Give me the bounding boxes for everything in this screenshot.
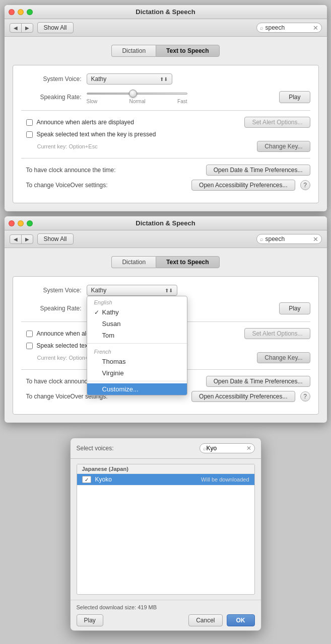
search-icon-2: ⌕	[260, 236, 263, 242]
slider-track-1[interactable]	[87, 90, 270, 98]
speaking-rate-label-2: Speaking Rate:	[21, 305, 82, 312]
nav-back-1[interactable]: ◀	[10, 24, 22, 32]
search-input-2[interactable]	[266, 235, 311, 243]
voice-name-kyoko: Kyoko	[95, 476, 202, 483]
change-key-btn-1[interactable]: Change Key...	[257, 141, 310, 152]
play-button-1[interactable]: Play	[279, 91, 310, 103]
window-title-1: Dictation & Speech	[136, 8, 195, 16]
voiceover-label-1: To change VoiceOver settings:	[26, 182, 187, 189]
group-english: English	[87, 296, 187, 306]
system-voice-dropdown-1[interactable]: Kathy ⬆⬇	[87, 73, 172, 85]
toolbar-1: ◀ ▶ Show All ⌕ ✕	[5, 19, 327, 37]
group-french: French	[87, 346, 187, 356]
divider-2	[21, 158, 310, 158]
search-box-2: ⌕ ✕	[256, 234, 322, 244]
show-all-button-2[interactable]: Show All	[37, 233, 74, 245]
minimize-button-2[interactable]	[18, 220, 24, 226]
tabs-2: Dictation Text to Speech	[13, 256, 319, 268]
titlebar-2: Dictation & Speech	[5, 216, 327, 230]
minimize-button-1[interactable]	[18, 9, 24, 15]
nav-forward-1[interactable]: ▶	[22, 24, 33, 32]
panel-2: System Voice: Kathy ⬆⬇ English ✓ Kathy	[13, 276, 319, 415]
maximize-button-1[interactable]	[27, 9, 33, 15]
clock-label-1: To have clock announce the time:	[26, 167, 201, 174]
show-all-button-1[interactable]: Show All	[37, 22, 74, 33]
system-voice-value-1: Kathy	[91, 75, 107, 83]
speak-row-1: Speak selected text when the key is pres…	[21, 131, 310, 138]
select-voices-dialog: Select voices: ⌕ ✕ Japanese (Japan) ✓ Ky…	[70, 438, 261, 631]
dropdown-item-susan[interactable]: Susan	[87, 318, 187, 330]
system-voice-value-2: Kathy	[91, 287, 107, 294]
dropdown-item-virginie[interactable]: Virginie	[87, 367, 187, 379]
open-datetime-btn-1[interactable]: Open Date & Time Preferences...	[206, 165, 310, 176]
system-voice-dropdown-2[interactable]: Kathy ⬆⬇	[87, 285, 177, 296]
set-alert-btn-1[interactable]: Set Alert Options...	[244, 117, 310, 128]
clear-search-2[interactable]: ✕	[313, 236, 318, 243]
dropdown-separator	[87, 343, 187, 344]
tick-slow-1: Slow	[87, 99, 98, 104]
slider-thumb-1[interactable]	[129, 90, 137, 98]
dialog-footer: Selected download size: 419 MB Play Canc…	[71, 600, 261, 630]
titlebar-1: Dictation & Speech	[5, 5, 327, 19]
voice-item-kyoko[interactable]: ✓ Kyoko Will be downloaded	[77, 474, 254, 486]
tab-tts-1[interactable]: Text to Speech	[156, 45, 219, 57]
voice-status-kyoko: Will be downloaded	[201, 476, 249, 482]
dialog-search-input[interactable]	[207, 445, 246, 452]
dialog-play-btn[interactable]: Play	[77, 614, 103, 626]
open-accessibility-btn-2[interactable]: Open Accessibility Preferences...	[191, 391, 295, 402]
announce-checkbox-2[interactable]	[26, 331, 33, 337]
tab-dictation-1[interactable]: Dictation	[111, 45, 156, 57]
speak-checkbox-2[interactable]	[26, 343, 33, 349]
voice-dropdown-popup: English ✓ Kathy Susan Tom	[87, 296, 187, 395]
slider-line-1	[87, 93, 187, 95]
dialog-ok-btn[interactable]: OK	[227, 614, 255, 626]
dropdown-arrow-2: ⬆⬇	[165, 288, 173, 293]
open-accessibility-btn-1[interactable]: Open Accessibility Preferences...	[191, 180, 295, 191]
play-button-2[interactable]: Play	[279, 302, 310, 314]
help-btn-1[interactable]: ?	[300, 180, 310, 190]
window-1: Dictation & Speech ◀ ▶ Show All ⌕ ✕ Dict…	[5, 5, 327, 211]
open-datetime-btn-2[interactable]: Open Date & Time Preferences...	[206, 376, 310, 387]
tick-fast-1: Fast	[177, 99, 187, 104]
voice-list: Japanese (Japan) ✓ Kyoko Will be downloa…	[77, 464, 255, 595]
search-input-1[interactable]	[266, 24, 311, 31]
close-button-2[interactable]	[9, 220, 15, 226]
dialog-search-icon: ⌕	[203, 445, 207, 451]
dialog-toolbar: Select voices: ⌕ ✕	[71, 438, 261, 459]
download-size-label: Selected download size: 419 MB	[77, 604, 255, 610]
close-button-1[interactable]	[9, 9, 15, 15]
dropdown-item-kathy[interactable]: ✓ Kathy	[87, 306, 187, 318]
dialog-search-box: ⌕ ✕	[200, 443, 255, 453]
nav-arrows-2: ◀ ▶	[10, 234, 33, 244]
announce-row-1: Announce when alerts are displayed Set A…	[21, 117, 310, 128]
clear-search-1[interactable]: ✕	[313, 25, 318, 31]
set-alert-btn-2[interactable]: Set Alert Options...	[244, 328, 310, 339]
divider-1	[21, 110, 310, 111]
change-key-btn-2[interactable]: Change Key...	[257, 352, 310, 363]
dialog-clear-icon[interactable]: ✕	[246, 445, 251, 452]
window-2: Dictation & Speech ◀ ▶ Show All ⌕ ✕ Dict…	[5, 216, 327, 423]
dropdown-item-thomas[interactable]: Thomas	[87, 356, 187, 367]
content-area-2: Dictation Text to Speech System Voice: K…	[5, 248, 327, 423]
dropdown-arrow-1: ⬆⬇	[160, 76, 168, 82]
slider-ticks-1: Slow Normal Fast	[87, 99, 187, 104]
dropdown-item-tom[interactable]: Tom	[87, 330, 187, 341]
clock-row-1: To have clock announce the time: Open Da…	[21, 165, 310, 176]
speak-checkbox-1[interactable]	[26, 131, 33, 138]
nav-forward-2[interactable]: ▶	[22, 235, 33, 244]
nav-back-2[interactable]: ◀	[10, 235, 22, 244]
tab-tts-2[interactable]: Text to Speech	[156, 256, 219, 268]
dropdown-item-customize[interactable]: Customize...	[87, 383, 187, 395]
speaking-rate-row-1: Speaking Rate: Slow Normal Fast Play	[21, 90, 310, 104]
announce-checkbox-1[interactable]	[26, 119, 33, 126]
system-voice-label-1: System Voice:	[21, 75, 82, 83]
content-area-1: Dictation Text to Speech System Voice: K…	[5, 37, 327, 211]
maximize-button-2[interactable]	[27, 220, 33, 226]
dialog-cancel-btn[interactable]: Cancel	[188, 614, 222, 626]
tab-dictation-2[interactable]: Dictation	[111, 256, 156, 268]
voice-check-kyoko[interactable]: ✓	[82, 476, 91, 483]
help-btn-2[interactable]: ?	[300, 391, 310, 401]
traffic-lights-1	[9, 9, 33, 15]
search-box-1: ⌕ ✕	[256, 23, 322, 33]
system-voice-row-2: System Voice: Kathy ⬆⬇ English ✓ Kathy	[21, 285, 310, 296]
